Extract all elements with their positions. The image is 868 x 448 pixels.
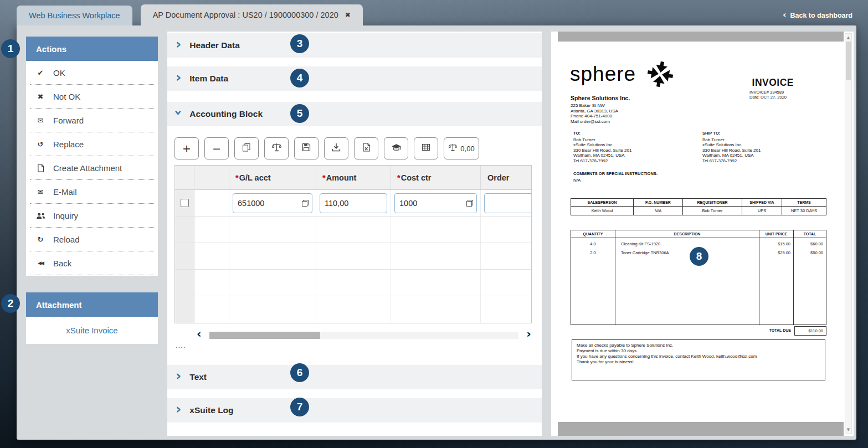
excel-export-button[interactable] <box>354 137 378 159</box>
annotation-8: 8 <box>690 247 708 266</box>
action-reload[interactable]: ↻ Reload <box>30 228 154 251</box>
item-unit-price: $25.00 <box>759 249 793 258</box>
scroll-up-icon[interactable]: ▲ <box>845 35 851 40</box>
order-input[interactable] <box>484 193 531 213</box>
learning-button[interactable] <box>384 137 408 159</box>
note-line: Thank you for your business! <box>577 359 820 365</box>
empty-cell <box>316 296 391 323</box>
excel-file-icon <box>362 143 371 154</box>
scrollbar-thumb[interactable] <box>209 332 320 339</box>
scrollbar-track[interactable] <box>209 332 519 339</box>
download-button[interactable] <box>324 137 348 159</box>
save-button[interactable] <box>294 137 319 159</box>
item-total: $50.00 <box>794 249 826 258</box>
amount-input[interactable] <box>320 193 387 213</box>
graduation-cap-icon <box>391 143 402 154</box>
item-qty: 4.0 <box>571 240 615 249</box>
scroll-right-icon[interactable]: › <box>524 328 533 340</box>
table-row-empty <box>175 296 531 323</box>
invoice-info-table: SALESPERSON P.O. NUMBER REQUISITIONER SH… <box>571 198 826 215</box>
action-forward[interactable]: ✉ Forward <box>30 109 154 132</box>
gl-acct-input[interactable] <box>233 193 312 213</box>
action-label: E-Mail <box>53 187 77 197</box>
invoice-items-table: QUANTITY DESCRIPTION UNIT PRICE TOTAL 4.… <box>571 230 826 325</box>
back-to-dashboard-link[interactable]: ‹ Back to dashboard <box>783 11 852 20</box>
balance-check-button[interactable] <box>264 137 289 159</box>
empty-cell <box>194 270 229 296</box>
cross-icon: ✖ <box>35 93 46 100</box>
tab-web-business-workplace[interactable]: Web Business Workplace <box>17 6 132 25</box>
action-ok[interactable]: ✔ OK <box>30 61 154 85</box>
gl-acct-cell <box>229 190 316 216</box>
address-line: 330 Bear Hill Road, Suite 201 <box>573 148 631 153</box>
column-header-amount[interactable]: * Amount <box>316 166 391 189</box>
xsuite-invoice-link[interactable]: xSuite Invoice <box>66 326 117 335</box>
add-row-button[interactable]: + <box>174 137 199 159</box>
scroll-left-icon[interactable]: ‹ <box>194 328 204 340</box>
table-row <box>175 190 531 217</box>
vertical-scrollbar-thumb[interactable] <box>846 42 851 80</box>
section-item-data[interactable]: › Item Data <box>167 66 542 91</box>
action-back[interactable]: ◀◀ Back <box>30 251 154 275</box>
horizontal-scrollbar[interactable]: ‹ › <box>194 329 533 341</box>
copy-row-button[interactable] <box>234 137 259 159</box>
app-window: Actions ✔ OK ✖ Not OK ✉ Forward ↺ Replac… <box>17 25 856 440</box>
value-help-icon[interactable] <box>466 200 473 207</box>
column-header-gl-acct[interactable]: * G/L acct <box>229 166 316 189</box>
table-row-empty <box>175 270 531 296</box>
action-create-attachment[interactable]: Create Attachment <box>30 156 154 180</box>
action-label: OK <box>53 68 65 78</box>
value-help-icon[interactable] <box>302 200 309 207</box>
empty-cell <box>229 270 316 296</box>
tab-ap-document-approval[interactable]: AP Document Approval : US20 / 1900000300… <box>141 4 363 25</box>
section-xsuite-log[interactable]: › xSuite Log <box>167 398 542 423</box>
vertical-scrollbar[interactable]: ▲ ▼ <box>845 33 852 434</box>
table-row-empty <box>175 243 531 270</box>
address-line: 225 Baker St NW <box>571 103 618 109</box>
table-layout-button[interactable] <box>414 137 438 159</box>
annotation-4: 4 <box>290 69 309 87</box>
section-label: Accounting Block <box>189 109 263 119</box>
required-mark: * <box>322 173 326 182</box>
column-header-cost-ctr[interactable]: * Cost ctr <box>391 166 481 189</box>
address-line: Tel 617-378-7992 <box>702 158 761 164</box>
row-select-cell <box>175 243 194 269</box>
invoice-note-box: Make all checks payable to Sphere Soluti… <box>572 339 825 380</box>
accounting-toolbar: + − <box>174 137 542 159</box>
annotation-7: 7 <box>290 398 309 416</box>
chevron-left-icon: ‹ <box>783 11 787 19</box>
section-header-data[interactable]: › Header Data <box>167 33 542 58</box>
invoice-title: INVOICE <box>741 77 794 89</box>
row-blank-cell <box>194 190 229 216</box>
action-replace[interactable]: ↺ Replace <box>30 132 154 156</box>
envelope-icon: ✉ <box>35 188 46 195</box>
info-value: N/A <box>634 207 683 215</box>
items-total-column: $60.00 $50.00 <box>794 238 826 325</box>
column-header-order[interactable]: Order <box>481 166 531 189</box>
row-select-cell <box>175 217 194 243</box>
column-label: Order <box>487 173 510 182</box>
close-icon[interactable]: ✖ <box>345 11 351 19</box>
balance-value: 0,00 <box>460 145 474 153</box>
download-icon <box>332 143 341 154</box>
actions-panel-header: Actions <box>26 37 158 61</box>
total-due-label: TOTAL DUE <box>769 326 794 336</box>
section-accounting-block[interactable]: › Accounting Block <box>167 102 542 126</box>
action-not-ok[interactable]: ✖ Not OK <box>30 85 154 109</box>
invoice-viewer-panel: sphere INVOICE INVOICE# 334589 Date: OCT… <box>551 32 854 436</box>
address-line: Tel 617-378-7992 <box>573 158 631 164</box>
action-email[interactable]: ✉ E-Mail <box>30 180 154 204</box>
bill-to-block: TO: Bob Turner xSuite Solutions Inc. 330… <box>573 131 631 163</box>
row-checkbox[interactable] <box>181 199 189 207</box>
section-text[interactable]: › Text <box>167 365 542 389</box>
remove-row-button[interactable]: − <box>204 137 229 159</box>
empty-cell <box>481 296 531 323</box>
action-label: Not OK <box>53 92 80 101</box>
actions-panel-title: Actions <box>36 44 66 54</box>
scroll-down-icon[interactable]: ▼ <box>845 428 851 432</box>
resize-handle[interactable]: .... <box>176 343 542 348</box>
cost-ctr-input[interactable] <box>394 193 477 213</box>
items-header: QUANTITY <box>571 230 615 238</box>
empty-cell <box>229 296 316 323</box>
action-inquiry[interactable]: Inquiry <box>30 204 154 228</box>
